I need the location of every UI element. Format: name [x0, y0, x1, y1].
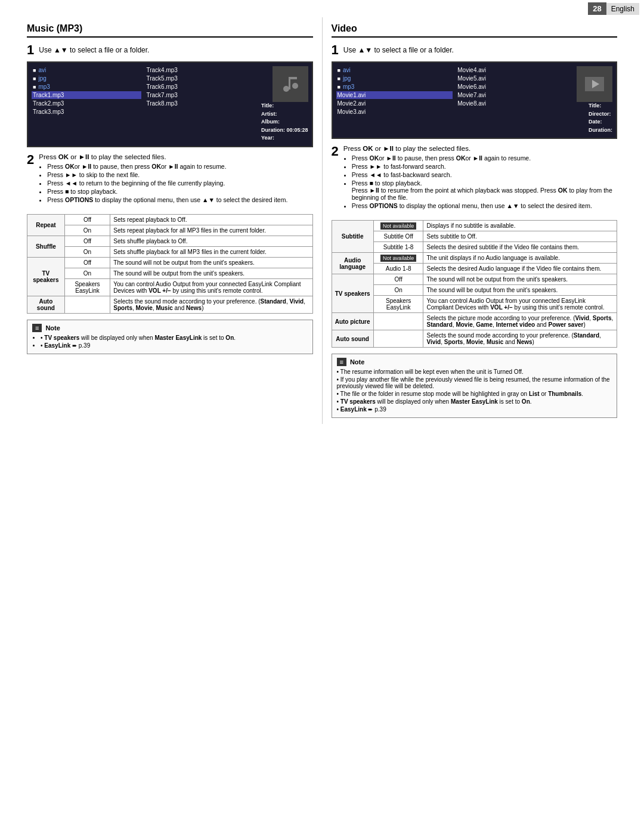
folder-icon-mp3: ■	[33, 84, 36, 90]
page-header: 28 English	[0, 0, 644, 17]
video-tv-speakers-off-label: Off	[373, 274, 423, 285]
repeat-off-desc: Sets repeat playback to Off.	[110, 214, 312, 225]
video-note-item-4: • TV speakers will be displayed only whe…	[337, 398, 612, 405]
shuffle-label: Shuffle	[27, 236, 65, 257]
folder-icon-jpg-v: ■	[338, 76, 340, 82]
music-file-track7: Track7.mp3	[145, 91, 255, 99]
table-row: Subtitle 1-8 Selects the desired subtitl…	[332, 242, 617, 253]
video-file-meta-area: Title: Director: Date: Duration:	[577, 66, 612, 134]
video-note-title: Note	[350, 358, 364, 366]
folder-icon-jpg: ■	[33, 76, 36, 82]
table-row: On The sound will be output from the uni…	[27, 268, 313, 278]
video-auto-sound-desc: Selects the sound mode according to your…	[423, 330, 617, 348]
music-note-item-1: • TV speakers will be displayed only whe…	[41, 335, 308, 341]
tv-speakers-on-label: On	[64, 268, 110, 278]
music-folder-mp3: ■ mp3	[32, 83, 141, 91]
music-step1: 1 Use ▲▼ to select a file or a folder.	[27, 44, 313, 57]
folder-icon: ■	[33, 67, 36, 73]
video-thumbnail	[577, 66, 612, 102]
video-note-box: ≡ Note • The resume information will be …	[332, 354, 618, 418]
video-tv-speakers-on-desc: The sound will be output from the unit's…	[423, 285, 617, 296]
subtitle-off-label: Subtitle Off	[373, 231, 423, 242]
video-file-browser: ■ avi ■ jpg ■ mp3 Movie1.avi Movie2.avi	[332, 61, 618, 139]
video-file-movie5: Movie5.avi	[456, 75, 573, 82]
subtitle-18-label: Subtitle 1-8	[373, 242, 423, 253]
repeat-off-label: Off	[64, 214, 110, 225]
subtitle-18-desc: Selects the desired subtitle if the Vide…	[423, 242, 617, 253]
table-row: TV speakers Off The sound will not be ou…	[332, 274, 617, 285]
table-row: Auto sound Selects the sound mode accord…	[27, 296, 313, 313]
video-file-movie8: Movie8.avi	[456, 100, 573, 107]
video-column: Video 1 Use ▲▼ to select a file or a fol…	[323, 17, 627, 424]
video-file-movie3: Movie3.avi	[336, 108, 453, 116]
table-row: On The sound will be output from the uni…	[332, 285, 617, 296]
video-step1-number: 1	[332, 44, 339, 57]
music-file-track5: Track5.mp3	[145, 75, 255, 82]
video-tv-speakers-off-desc: The sound will not be output from the un…	[423, 274, 617, 285]
table-row: On Sets repeat playback for all MP3 file…	[27, 225, 313, 236]
auto-picture-desc: Selects the picture mode according to yo…	[423, 313, 617, 330]
table-row: Audio 1-8 Selects the desired Audio lang…	[332, 264, 617, 274]
video-bullet-2: Press ►► to fast-forward search.	[352, 163, 617, 170]
video-note-item-1: • The resume information will be kept ev…	[337, 368, 612, 375]
music-file-track1: Track1.mp3	[32, 91, 141, 99]
music-note-list: • TV speakers will be displayed only whe…	[32, 335, 308, 349]
music-note-header: ≡ Note	[32, 324, 308, 332]
svg-rect-3	[289, 77, 297, 79]
tv-speakers-off-desc: The sound will not be output from the un…	[110, 257, 312, 268]
music-bullet-3: Press ◄◄ to return to the beginning of t…	[47, 179, 287, 187]
subtitle-off-desc: Sets subtitle to Off.	[423, 231, 617, 242]
video-note-item-2: • If you play another file while the pre…	[337, 376, 612, 389]
video-file-movie1-name: Movie1.avi	[338, 92, 366, 98]
video-note-item-5: • EasyLink ➨ p.39	[337, 406, 612, 413]
music-file-browser: ■ avi ■ jpg ■ mp3 Track1.mp3 Track2.mp3	[27, 61, 313, 147]
auto-picture-label: Auto picture	[332, 313, 373, 330]
music-file-track6: Track6.mp3	[145, 83, 255, 91]
video-file-movie2: Movie2.avi	[336, 100, 453, 107]
music-column: Music (MP3) 1 Use ▲▼ to select a file or…	[18, 17, 323, 424]
music-step2-main: Press OK or ►II to play the selected fil…	[39, 153, 287, 160]
auto-sound-sub	[64, 296, 110, 313]
table-row: Repeat Off Sets repeat playback to Off.	[27, 214, 313, 225]
music-title: Music (MP3)	[27, 23, 313, 38]
music-file-track2-name: Track2.mp3	[33, 100, 64, 107]
video-file-movie3-name: Movie3.avi	[338, 109, 366, 115]
music-note-item-2: • EasyLink ➨ p.39	[41, 342, 308, 349]
video-file-list-left: ■ avi ■ jpg ■ mp3 Movie1.avi Movie2.avi	[336, 66, 453, 134]
audio-not-avail-desc: The unit displays if no Audio language i…	[423, 253, 617, 264]
video-tv-speakers-on-label: On	[373, 285, 423, 296]
table-row: TV speakers Off The sound will not be ou…	[27, 257, 313, 268]
video-file-metadata: Title: Director: Date: Duration:	[586, 102, 612, 134]
subtitle-label: Subtitle	[332, 221, 373, 253]
music-file-track3-name: Track3.mp3	[33, 109, 64, 115]
music-bullet-2: Press ►► to skip to the next file.	[47, 171, 287, 178]
page-language: English	[606, 3, 639, 15]
shuffle-off-label: Off	[64, 236, 110, 246]
note-icon: ≡	[32, 324, 42, 332]
subtitle-not-avail-label: Not available	[373, 221, 423, 231]
music-file-track2: Track2.mp3	[32, 100, 141, 107]
tv-speakers-easylink-desc: You can control Audio Output from your c…	[110, 278, 312, 296]
video-folder-mp3-name: mp3	[343, 83, 354, 90]
video-folder-jpg: ■ jpg	[336, 75, 453, 82]
tv-speakers-on-desc: The sound will be output from the unit's…	[110, 268, 312, 278]
svg-point-0	[283, 86, 289, 92]
shuffle-on-label: On	[64, 246, 110, 257]
video-tv-speakers-easylink-label: Speakers EasyLink	[373, 296, 423, 313]
video-bullet-4: Press ■ to stop playback.Press ►II to re…	[352, 179, 617, 201]
music-file-track8: Track8.mp3	[145, 100, 255, 107]
video-folder-avi-name: avi	[343, 67, 351, 73]
music-step2: 2 Press OK or ►II to play the selected f…	[27, 153, 313, 209]
music-folder-avi: ■ avi	[32, 66, 141, 74]
repeat-on-desc: Sets repeat playback for all MP3 files i…	[110, 225, 312, 236]
video-file-movie1: Movie1.avi	[336, 91, 453, 99]
auto-sound-label: Auto sound	[27, 296, 65, 313]
video-bullet-5: Press OPTIONS to display the optional me…	[352, 202, 617, 209]
page-number: 28	[588, 2, 606, 15]
video-bullet-1: Press OKor ►II to pause, then press OKor…	[352, 154, 617, 162]
video-note-item-3: • The file or the folder in resume stop …	[337, 391, 612, 397]
tv-speakers-off-label: Off	[64, 257, 110, 268]
table-row: Subtitle Off Sets subtitle to Off.	[332, 231, 617, 242]
auto-picture-sub	[373, 313, 423, 330]
folder-icon-mp3-v: ■	[338, 84, 340, 90]
